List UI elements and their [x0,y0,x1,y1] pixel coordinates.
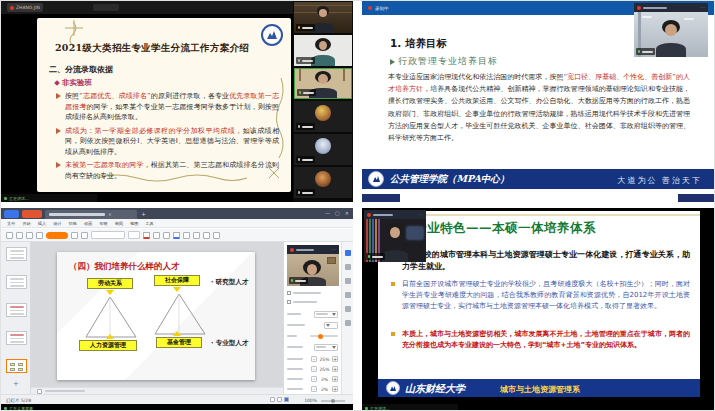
more-options-icon[interactable]: ⋯ [418,212,423,217]
panel-icon-active[interactable] [345,250,351,256]
minimize-icon[interactable]: — [325,210,330,216]
panel-icon[interactable] [345,292,351,298]
dropdown[interactable] [314,344,338,351]
arrow-bullet-icon [390,59,395,65]
diagram-box-social-security[interactable]: 社会保障 [154,275,200,286]
slider-track[interactable] [310,335,338,337]
slide-thumbnail-selected[interactable] [6,359,27,373]
new-tab-button[interactable]: + [141,210,146,217]
slide-thumbnail[interactable] [6,303,27,317]
more-options-icon[interactable]: ⋯ [700,5,705,10]
slider-knob[interactable] [318,334,323,339]
menu-item[interactable]: 设计 [53,221,61,226]
decrement-button[interactable]: - [311,376,317,382]
panel-icon[interactable] [345,306,351,312]
menu-item[interactable]: 视图 [130,221,138,226]
slide-thumbnail[interactable] [6,247,27,261]
panel-checkbox-row[interactable] [287,289,338,297]
menu-item[interactable]: 工具 [145,221,153,226]
home-tab[interactable] [4,210,19,218]
increment-button[interactable]: + [332,376,338,382]
slide-thumbnail[interactable] [6,331,27,345]
add-slide-button[interactable]: + [1,380,31,388]
increment-button[interactable]: + [332,366,338,372]
panel-icon[interactable] [345,278,351,284]
participant-video-tile-active-speaker[interactable] [294,68,352,99]
font-color-button[interactable] [143,232,150,239]
toolbar-icon[interactable] [163,232,170,239]
menu-item[interactable]: 切换 [69,221,77,226]
slide-subsection: 非实验班 [55,78,92,88]
panel-icon[interactable] [345,320,351,326]
close-tab-icon[interactable]: × [108,212,112,217]
dropdown[interactable] [314,311,338,318]
toolbar-icon[interactable] [153,232,160,239]
panel-checkbox-row[interactable] [287,298,338,306]
maximize-icon[interactable]: ▢ [335,210,340,216]
view-sorter-icon[interactable] [277,397,282,402]
bullet-item: 成绩为：第一学期全部必修课程的学分加权平均成绩，如该成绩相同，则依次按照微积分Ⅰ… [65,126,279,158]
presenter-webcam[interactable]: ⋯ [364,210,426,262]
participant-avatar-tile[interactable] [294,101,352,132]
toolbar-icon[interactable] [213,232,220,239]
menu-item[interactable]: 文件 [7,221,15,226]
mic-icon [298,26,300,29]
close-icon[interactable]: ✕ [345,210,349,216]
menu-item[interactable]: 放映 [99,221,107,226]
dropdown[interactable] [324,322,338,329]
view-slideshow-icon[interactable] [284,397,289,402]
menu-item[interactable]: 开始 [22,221,30,226]
decrement-button[interactable]: - [311,386,317,392]
diagram-box-fund-management[interactable]: 基金管理 [156,337,202,348]
view-normal-icon[interactable] [270,397,275,402]
participant-name [302,60,313,62]
toolbar-icon[interactable] [203,232,210,239]
checkbox-icon[interactable] [287,300,291,304]
toolbar-icon[interactable] [26,232,33,239]
participant-avatar-tile[interactable] [294,134,352,165]
font-size-combobox[interactable] [128,231,140,239]
edited-slide[interactable]: （四）我们培养什么样的人才 劳动关系 社会保障 人力资源管理 基金管理 · 研究… [57,252,255,380]
zoom-slider[interactable] [321,400,345,402]
toolbar-icon[interactable] [16,232,23,239]
mic-icon [298,59,300,62]
app-tab[interactable] [22,210,42,218]
slide-thumbnail[interactable] [6,275,27,289]
toolbar-icon[interactable] [81,232,88,239]
participant-video-tile[interactable] [294,2,352,33]
notes-collapsed-bar[interactable] [31,387,283,394]
toolbar-icon[interactable] [71,232,78,239]
recording-icon [637,6,641,10]
increment-button[interactable]: + [332,356,338,362]
zoom-knob[interactable] [331,399,335,403]
meeting-floating-webcam[interactable]: ⋯ [287,245,339,286]
participant-video-tile[interactable] [294,35,352,66]
decrement-button[interactable]: - [311,356,317,362]
menu-item[interactable]: 审阅 [115,221,123,226]
bullet-item: 按照“志愿优先、成绩排名”的原则进行录取，各专业优先录取第一志愿报考的同学，如果… [65,91,279,123]
participant-name-chip [636,48,655,55]
font-name-combobox[interactable] [91,231,125,239]
checkbox-icon[interactable] [287,291,291,295]
menu-item[interactable]: 动画 [84,221,92,226]
increment-button[interactable]: + [332,386,338,392]
panel-icon[interactable] [345,264,351,270]
participant-name-chip [297,89,316,96]
toolbar-icon[interactable] [193,232,200,239]
presentation-slide: 二、专业特色——本硕一体培养体系 2、我校的城市管理本科与土地资源管理硕士专业一… [378,211,700,397]
avatar [315,171,331,187]
menu-item[interactable]: 插入 [38,221,46,226]
toolbar-icon[interactable] [183,232,190,239]
fill-color-button[interactable] [173,232,180,239]
toolbar-icon[interactable] [36,232,43,239]
diagram-box-labor-relations[interactable]: 劳动关系 [87,278,133,289]
diagram-box-hr-management[interactable]: 人力资源管理 [79,340,137,351]
more-options-icon[interactable]: ⋯ [331,247,336,252]
play-slideshow-button[interactable] [46,232,68,239]
toolbar-icon[interactable] [6,232,13,239]
participant-avatar-tile[interactable] [294,167,352,198]
document-tab[interactable]: × [45,210,137,219]
decrement-button[interactable]: - [311,366,317,372]
presenter-webcam[interactable]: ⋯ [634,3,708,57]
participant-name [302,126,313,128]
